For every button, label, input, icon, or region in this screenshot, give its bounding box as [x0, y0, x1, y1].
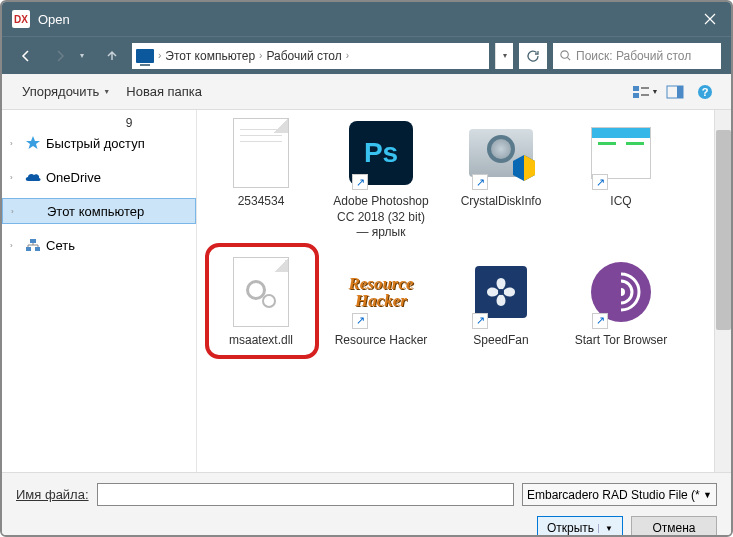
breadcrumb-folder[interactable]: Рабочий стол — [266, 49, 341, 63]
file-label: CrystalDiskInfo — [461, 194, 542, 210]
file-item[interactable]: Ps↗ Adobe Photoshop CC 2018 (32 bit) — я… — [327, 110, 435, 245]
computer-icon — [25, 203, 43, 219]
file-item[interactable]: ↗ CrystalDiskInfo — [447, 110, 555, 245]
svg-rect-3 — [641, 87, 649, 89]
document-icon — [233, 118, 289, 188]
svg-rect-1 — [633, 86, 639, 91]
file-item[interactable]: ↗ Start Tor Browser — [567, 249, 675, 353]
up-button[interactable] — [98, 42, 126, 70]
truncated-item: 9 — [2, 116, 196, 130]
tree-onedrive[interactable]: › OneDrive — [2, 164, 196, 190]
back-button[interactable] — [12, 42, 40, 70]
title-bar: DX Open — [2, 2, 731, 36]
search-icon — [559, 49, 572, 62]
breadcrumb-sep-icon: › — [158, 50, 161, 61]
file-item[interactable]: 2534534 — [207, 110, 315, 245]
dll-icon — [233, 257, 289, 327]
tree-label: Этот компьютер — [47, 204, 144, 219]
svg-rect-16 — [601, 272, 621, 312]
filename-label: Имя файла: — [16, 487, 89, 502]
icq-icon — [591, 127, 651, 179]
tree-label: Быстрый доступ — [46, 136, 145, 151]
nav-tree: 9 › Быстрый доступ › OneDrive › Этот ком… — [2, 110, 197, 472]
tree-label: OneDrive — [46, 170, 101, 185]
shortcut-icon: ↗ — [472, 313, 488, 329]
svg-rect-6 — [677, 86, 683, 98]
breadcrumb-sep-icon: › — [259, 50, 262, 61]
file-label: ICQ — [610, 194, 631, 210]
search-input[interactable]: Поиск: Рабочий стол — [553, 43, 721, 69]
svg-rect-11 — [35, 247, 40, 251]
breadcrumb-root[interactable]: Этот компьютер — [165, 49, 255, 63]
nav-bar: ▾ › Этот компьютер › Рабочий стол › ▾ По… — [2, 36, 731, 74]
toolbar: Упорядочить▼ Новая папка ▼ ? — [2, 74, 731, 110]
file-label: Start Tor Browser — [575, 333, 667, 349]
content-area: 9 › Быстрый доступ › OneDrive › Этот ком… — [2, 110, 731, 472]
refresh-button[interactable] — [519, 43, 547, 69]
chevron-down-icon: ▼ — [598, 524, 613, 533]
filename-input[interactable] — [97, 483, 514, 506]
file-label: 2534534 — [238, 194, 285, 210]
shortcut-icon: ↗ — [472, 174, 488, 190]
scrollbar-thumb[interactable] — [716, 130, 731, 330]
svg-rect-2 — [633, 93, 639, 98]
address-dropdown[interactable]: ▾ — [495, 43, 513, 69]
shortcut-icon: ↗ — [592, 174, 608, 190]
tree-quick-access[interactable]: › Быстрый доступ — [2, 130, 196, 156]
file-item[interactable]: ResourceHacker↗ Resource Hacker — [327, 249, 435, 353]
chevron-right-icon: › — [10, 173, 20, 182]
file-item[interactable]: ↗ SpeedFan — [447, 249, 555, 353]
preview-pane-button[interactable] — [661, 80, 689, 104]
help-button[interactable]: ? — [691, 80, 719, 104]
app-icon: DX — [12, 10, 30, 28]
filetype-value: Embarcadero RAD Studio File (* — [527, 488, 700, 502]
new-folder-button[interactable]: Новая папка — [118, 80, 210, 103]
file-label: SpeedFan — [473, 333, 528, 349]
speedfan-icon — [475, 266, 527, 318]
chevron-right-icon: › — [11, 207, 21, 216]
tree-this-pc[interactable]: › Этот компьютер — [2, 198, 196, 224]
file-item[interactable]: ↗ ICQ — [567, 110, 675, 245]
vertical-scrollbar[interactable] — [714, 110, 731, 472]
cloud-icon — [24, 169, 42, 185]
search-placeholder: Поиск: Рабочий стол — [576, 49, 691, 63]
svg-rect-10 — [26, 247, 31, 251]
tree-network[interactable]: › Сеть — [2, 232, 196, 258]
window-title: Open — [38, 12, 689, 27]
svg-rect-9 — [30, 239, 36, 243]
open-button[interactable]: Открыть ▼ — [537, 516, 623, 537]
chevron-right-icon: › — [10, 241, 20, 250]
close-button[interactable] — [689, 2, 731, 36]
chevron-right-icon: › — [10, 139, 20, 148]
computer-icon — [136, 49, 154, 63]
file-label: Resource Hacker — [335, 333, 428, 349]
cancel-button[interactable]: Отмена — [631, 516, 717, 537]
svg-rect-4 — [641, 94, 649, 96]
filetype-select[interactable]: Embarcadero RAD Studio File (* ▼ — [522, 483, 717, 506]
disk-icon — [469, 129, 533, 177]
organize-menu[interactable]: Упорядочить▼ — [14, 80, 118, 103]
svg-point-0 — [561, 51, 568, 58]
address-bar[interactable]: › Этот компьютер › Рабочий стол › — [132, 43, 489, 69]
resource-hacker-icon: ResourceHacker — [348, 275, 413, 309]
breadcrumb-sep-icon: › — [346, 50, 349, 61]
chevron-down-icon: ▼ — [703, 490, 712, 500]
file-label: Adobe Photoshop CC 2018 (32 bit) — ярлык — [331, 194, 431, 241]
forward-button[interactable] — [46, 42, 74, 70]
star-icon — [24, 135, 42, 151]
file-list: 2534534 Ps↗ Adobe Photoshop CC 2018 (32 … — [197, 110, 731, 472]
view-menu[interactable]: ▼ — [631, 80, 659, 104]
shortcut-icon: ↗ — [592, 313, 608, 329]
shortcut-icon: ↗ — [352, 174, 368, 190]
tree-label: Сеть — [46, 238, 75, 253]
svg-point-12 — [498, 289, 504, 295]
network-icon — [24, 237, 42, 253]
dialog-footer: Имя файла: Embarcadero RAD Studio File (… — [2, 472, 731, 537]
shortcut-icon: ↗ — [352, 313, 368, 329]
svg-text:?: ? — [702, 86, 709, 98]
history-dropdown[interactable]: ▾ — [80, 51, 92, 60]
